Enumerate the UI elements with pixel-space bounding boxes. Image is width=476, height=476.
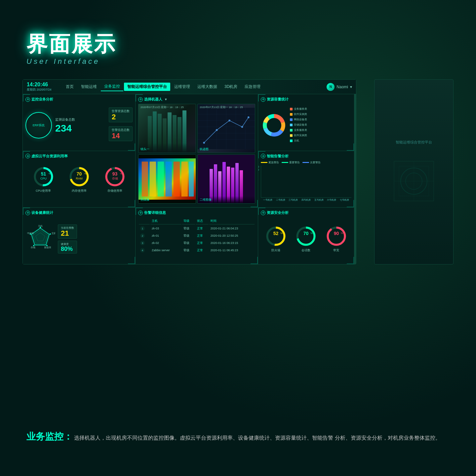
panel-alert-icon: ⊙ xyxy=(261,154,265,158)
desc-section: 业务监控： 选择机器人，出现机房不同位置的监控图像。虚拟云平台资源利用率、设备健… xyxy=(26,430,450,443)
svg-text:%: % xyxy=(84,172,87,175)
alert-chart-legend: 紧急警告 重要警告 次要警告 xyxy=(261,161,351,164)
panel-robot-title: ⊙ 选择机器人 ▾ xyxy=(138,97,255,102)
panel-resource-icon: ⊙ xyxy=(261,97,265,102)
svg-text:52: 52 xyxy=(273,231,279,236)
svg-text:93: 93 xyxy=(112,171,117,177)
svg-rect-27 xyxy=(189,162,194,197)
erp-circle: ERP系统 xyxy=(25,112,52,139)
svg-text:存储: 存储 xyxy=(31,246,35,249)
panel-cloud-icon: ⊙ xyxy=(25,154,30,158)
svg-text:%: % xyxy=(310,232,313,235)
health-stats: 当前告警数 21 健康度 80% xyxy=(58,224,77,254)
svg-text:存储: 存储 xyxy=(112,177,118,180)
panel-robot-icon: ⊙ xyxy=(138,97,143,102)
table-row: 4 Zabbix server 零级 正常 2020-01-11 06:45:2… xyxy=(139,247,255,254)
panels-grid: ⊙ 监控业务分析 ERP系统 监测设备总数 234 告警资源总数 2 xyxy=(23,94,356,264)
gauge-firewall: 52 % 防火墙 xyxy=(265,225,287,253)
robot-dropdown[interactable]: ▾ xyxy=(165,98,167,101)
warn-table: 主机 等级 状态 时间 1 zk-03 零级 正常 2020-01-21 06:… xyxy=(138,217,255,254)
camera-1: 2020年07月13日 星期一 18：19：25 xyxy=(138,104,196,153)
svg-rect-25 xyxy=(174,162,180,197)
health-radar-chart: 主机 交换机 数据库 存储 中间件 xyxy=(25,224,55,254)
camera-2: 2020年07月13日 星期一 18：19：25 xyxy=(197,104,255,153)
panel-cloud: ⊙ 虚拟云平台资源利用率 51 CPU % CPU使用率 xyxy=(23,151,135,208)
nav-home[interactable]: 首页 xyxy=(62,83,77,91)
nav-3d[interactable]: 3D机房 xyxy=(221,83,241,91)
svg-rect-24 xyxy=(166,162,172,197)
panel-warn-title: ⊙ 告警详细信息 xyxy=(138,210,255,215)
svg-marker-54 xyxy=(31,228,49,245)
panel-security-title: ⊙ 资源安全分析 xyxy=(261,210,351,215)
right-deco-panel: 智能运维综合管控平台 xyxy=(374,79,454,264)
nav-user[interactable]: N Naomi ▾ xyxy=(327,83,352,91)
camera-4: 二维图像 xyxy=(197,154,255,204)
desc-text: 选择机器人，出现机房不同位置的监控图像。虚拟云平台资源利用率、设备健康统计、资源… xyxy=(74,435,440,441)
nav-ops[interactable]: 智能运维 xyxy=(78,83,100,91)
nav-monitor[interactable]: 业务监控 xyxy=(101,82,123,91)
gauge-bandwidth: 90 % 带宽 xyxy=(326,225,347,253)
page-title-zh: 界面展示 xyxy=(26,30,116,59)
svg-point-15 xyxy=(203,142,205,144)
nav-platform[interactable]: 智能运维综合管控平台 xyxy=(124,83,170,91)
svg-text:CPU: CPU xyxy=(40,177,46,180)
panel-alert: ⊙ 智能告警分析 紧急警告 重要警告 次要警告 1101009080706050… xyxy=(258,151,354,208)
alert-x-labels: 一号机房 二号机房 三号机房 四号机房 五号机房 六号机房 七号机房 xyxy=(261,198,351,202)
svg-text:中间件: 中间件 xyxy=(27,232,34,234)
svg-point-19 xyxy=(248,116,250,118)
svg-text:%: % xyxy=(280,232,283,235)
panel-monitor-title: ⊙ 监控业务分析 xyxy=(25,97,133,102)
panel-resource: ⊙ 资源容量统计 xyxy=(258,94,354,151)
svg-point-16 xyxy=(216,129,218,131)
svg-rect-22 xyxy=(150,162,156,197)
nav-date: 星期四 2020/07/24 xyxy=(27,88,57,92)
svg-rect-21 xyxy=(142,162,148,197)
alert-bars: 110100908070605040302010 xyxy=(261,166,351,198)
resource-donut-chart xyxy=(261,112,287,139)
svg-text:%: % xyxy=(341,232,343,235)
user-avatar: N xyxy=(327,83,335,91)
svg-text:70: 70 xyxy=(303,231,309,236)
table-row: 1 zk-03 零级 正常 2020-01-21 06:04:23 xyxy=(139,225,255,232)
nav-mgmt[interactable]: 运维管理 xyxy=(171,83,193,91)
user-name: Naomi xyxy=(337,85,348,89)
panel-health-icon: ⊙ xyxy=(25,211,30,215)
panel-warn-icon: ⊙ xyxy=(138,211,143,215)
panel-cloud-title: ⊙ 虚拟云平台资源利用率 xyxy=(25,154,133,159)
panel-warn: ⊙ 告警详细信息 主机 等级 状态 时间 1 xyxy=(136,208,258,264)
svg-text:70: 70 xyxy=(76,171,82,177)
resource-legend: 业务服务类 软件实例类 网络设备类 存储设备类 业务服务类 软件实例类 主机 xyxy=(290,107,351,143)
panel-monitor: ⊙ 监控业务分析 ERP系统 监测设备总数 234 告警资源总数 2 xyxy=(23,94,135,151)
nav-emergency[interactable]: 应急管理 xyxy=(241,83,264,91)
nav-clock: 14:20:46 xyxy=(27,82,57,88)
svg-text:%: % xyxy=(49,172,51,175)
gauge-cpu: 51 CPU % CPU使用率 xyxy=(33,166,54,193)
dashboard-container: 14:20:46 星期四 2020/07/24 首页 智能运维 业务监控 智能运… xyxy=(22,79,356,264)
nav-bigdata[interactable]: 运维大数据 xyxy=(194,83,220,91)
svg-text:数据库: 数据库 xyxy=(44,246,51,249)
svg-text:主机: 主机 xyxy=(38,225,43,227)
svg-text:交换机: 交换机 xyxy=(52,232,55,235)
alert-source-stat: 告警资源总数 2 xyxy=(109,107,133,122)
svg-rect-26 xyxy=(181,162,188,197)
desc-title: 业务监控： xyxy=(26,431,73,442)
svg-text:RAM: RAM xyxy=(76,177,82,180)
panel-security-icon: ⊙ xyxy=(261,211,265,215)
svg-text:%: % xyxy=(120,172,122,175)
panel-robot: ⊙ 选择机器人 ▾ 2020年07月13日 星期一 18：19：25 xyxy=(136,94,258,207)
panel-security: ⊙ 资源安全分析 52 % 防火墙 xyxy=(258,208,354,264)
svg-point-56 xyxy=(50,233,51,235)
svg-point-35 xyxy=(269,120,279,131)
alert-info-stat: 告警信息总数 14 xyxy=(109,126,133,141)
panel-alert-title: ⊙ 智能告警分析 xyxy=(261,154,351,159)
panel-health: ⊙ 设备健康统计 xyxy=(23,208,135,264)
user-dropdown-icon[interactable]: ▾ xyxy=(350,85,352,89)
nav-time: 14:20:46 星期四 2020/07/24 xyxy=(27,82,57,92)
table-row: 2 zk-01 零级 正常 2020-01-20 12:50:25 xyxy=(139,232,255,239)
svg-point-17 xyxy=(228,120,230,122)
gauge-storage: 93 存储 % 存储使用率 xyxy=(104,166,126,193)
gauge-memory: 70 RAM % 内存使用率 xyxy=(68,166,90,193)
panel-resource-title: ⊙ 资源容量统计 xyxy=(261,97,351,102)
panel-monitor-icon: ⊙ xyxy=(25,97,30,102)
svg-point-74 xyxy=(328,227,345,245)
